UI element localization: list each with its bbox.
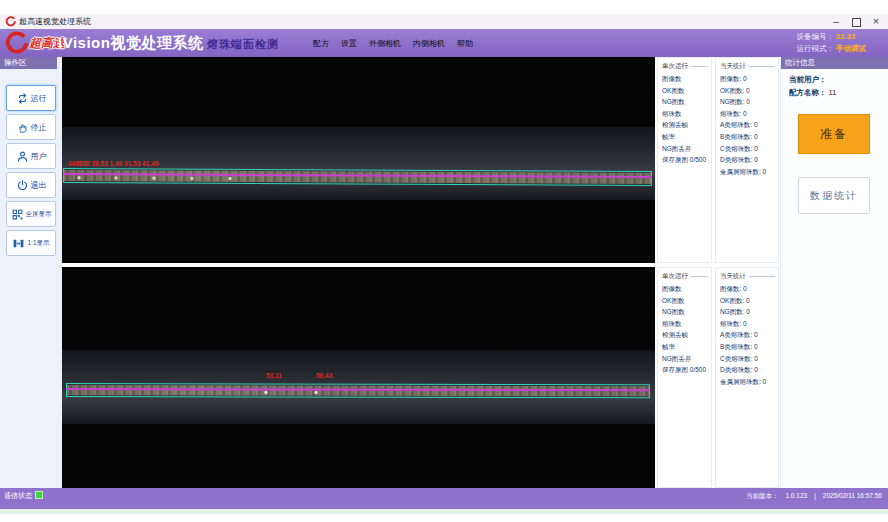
stop-button-label: 停止 [31,122,47,133]
stat-row: NG图数: 0 [716,306,778,318]
menu-item-inner-camera[interactable]: 内侧相机 [413,38,445,49]
one-to-one-button-label: 1:1显示 [27,239,49,248]
stat-row: B类熔珠数: 0 [716,131,778,143]
maximize-button[interactable] [848,14,864,29]
measurement-label-2: 56.43 [316,372,332,379]
today-header: 当天统计 [716,268,778,283]
today-title: 当天统计 [720,272,746,281]
recipe-name-label: 配方名称： [789,88,827,97]
run-button-label: 运行 [31,93,47,104]
detection-box [63,168,652,186]
stat-row: B类熔珠数: 0 [716,341,778,353]
version-label: 当前版本： [746,492,779,501]
menu-item-settings[interactable]: 设置 [341,38,357,49]
minimize-button[interactable]: – [828,14,844,29]
user-icon [16,150,29,163]
operation-sidebar: 操作区 运行 停止 用户 退出 [0,57,62,488]
device-number-label: 设备编号： [796,32,834,41]
stat-row: 熔珠数 [658,108,711,120]
run-mode-value: 手动调试 [836,44,866,53]
menu-item-help[interactable]: 帮助 [457,38,473,49]
one-to-one-icon [12,237,25,250]
window-title: 超高速视觉处理系统 [19,16,91,27]
stat-row: NG图丢弃 [658,353,711,365]
exit-button-label: 退出 [31,180,47,191]
stats-panel-top: 单次运行 图像数 OK图数 NG图数 熔珠数 检测丢帧 帧率 NG图丢弃 保存原… [656,57,780,263]
today-column: 当天统计 图像数: 0 OK图数: 0 NG图数: 0 熔珠数: 0 A类熔珠数… [715,57,779,263]
stat-row: 金属屑熔珠数: 0 [716,376,778,388]
status-bar-right: 当前版本： 1.0.123 | 2025/02/11 16:57:56 [746,492,882,501]
statistics-info-panel: 统计信息 当前用户： 配方名称： 11 准备 数据统计 [780,57,888,488]
user-button-label: 用户 [31,151,47,162]
stat-row: 熔珠数: 0 [716,108,778,120]
current-user-row: 当前用户： [781,73,888,86]
app-icon [5,16,16,27]
app-header: 超高速 IVision视觉处理系统 熔珠端面检测 配方 设置 外侧相机 内侧相机… [0,29,888,57]
stat-row: NG图丢弃 [658,143,711,155]
app-subtitle: 熔珠端面检测 [207,37,279,52]
single-run-title: 单次运行 [662,62,688,71]
recipe-name-value: 11 [829,88,837,97]
measurement-label-1: 53.11 [266,372,282,379]
camera-viewport-bottom: 53.11 56.43 [62,267,655,488]
stat-row: 图像数: 0 [716,73,778,85]
comm-status-indicator [35,491,43,499]
stat-row: D类熔珠数: 0 [716,364,778,376]
stats-panel-bottom: 单次运行 图像数 OK图数 NG图数 熔珠数 检测丢帧 帧率 NG图丢弃 保存原… [656,267,780,488]
single-run-header: 单次运行 [658,268,711,283]
application-window: 超高速视觉处理系统 – × 超高速 IVision视觉处理系统 熔珠端面检测 配… [0,0,888,522]
single-run-header: 单次运行 [658,58,711,73]
maximize-icon [852,18,861,27]
camera-viewport-top: 449885 39.53 1.49 31.53 41.49 [62,57,655,263]
comm-status-label: 通信状态： [4,491,39,501]
user-button[interactable]: 用户 [6,143,56,169]
run-mode-label: 运行模式： [796,44,834,53]
menu-item-recipe[interactable]: 配方 [313,38,329,49]
stat-row: 帧率 [658,131,711,143]
stat-row: 帧率 [658,341,711,353]
stat-row: OK图数 [658,85,711,97]
stat-row: OK图数: 0 [716,295,778,307]
single-run-title: 单次运行 [662,272,688,281]
exit-button[interactable]: 退出 [6,172,56,198]
info-panel-title: 统计信息 [781,57,888,69]
run-button[interactable]: 运行 [6,85,56,111]
stat-row: NG图数 [658,306,711,318]
power-icon [16,179,29,192]
today-title: 当天统计 [720,62,746,71]
stat-row: C类熔珠数: 0 [716,353,778,365]
stat-row: OK图数: 0 [716,85,778,97]
fullscreen-icon [11,208,24,221]
fullscreen-button[interactable]: 全屏显示 [6,201,56,227]
status-separator: | [814,492,816,501]
close-button[interactable]: × [868,14,884,29]
menu-bar: 配方 设置 外侧相机 内侧相机 帮助 [313,29,473,57]
stat-row: NG图数: 0 [716,96,778,108]
stop-button[interactable]: 停止 [6,114,56,140]
stat-row: 图像数: 0 [716,283,778,295]
stat-row: 检测丢帧 [658,119,711,131]
single-run-column: 单次运行 图像数 OK图数 NG图数 熔珠数 检测丢帧 帧率 NG图丢弃 保存原… [657,267,712,488]
data-statistics-button[interactable]: 数据统计 [798,177,870,214]
device-info: 设备编号： 22-33 运行模式： 手动调试 [796,31,866,55]
run-mode-row: 运行模式： 手动调试 [796,43,866,55]
window-bottom-strip [0,509,888,514]
prepare-button[interactable]: 准备 [798,114,870,154]
stat-row: 熔珠数: 0 [716,318,778,330]
titlebar: 超高速视觉处理系统 – × [0,14,888,29]
stat-row: C类熔珠数: 0 [716,143,778,155]
one-to-one-button[interactable]: 1:1显示 [6,230,56,256]
current-user-label: 当前用户： [789,75,827,84]
stat-row: NG图数 [658,96,711,108]
hand-icon [16,121,29,134]
version-value: 1.0.123 [785,492,807,501]
stat-row: 保存原图 0/500 [658,154,711,166]
single-run-column: 单次运行 图像数 OK图数 NG图数 熔珠数 检测丢帧 帧率 NG图丢弃 保存原… [657,57,712,263]
app-title: IVision视觉处理系统 [58,34,203,53]
menu-item-outer-camera[interactable]: 外侧相机 [369,38,401,49]
stat-row: 熔珠数 [658,318,711,330]
sync-icon [16,92,29,105]
today-column: 当天统计 图像数: 0 OK图数: 0 NG图数: 0 熔珠数: 0 A类熔珠数… [715,267,779,488]
device-number-value: 22-33 [836,32,855,41]
stat-row: 金属屑熔珠数: 0 [716,166,778,178]
